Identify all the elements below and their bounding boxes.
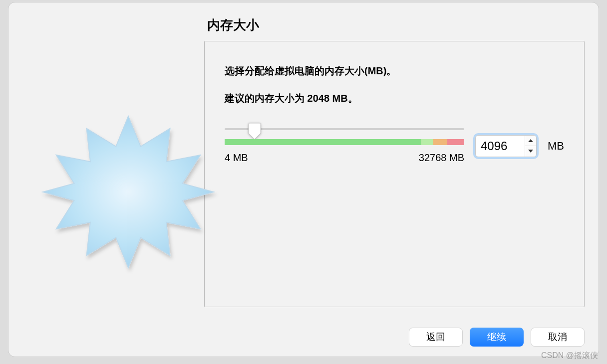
- cancel-button[interactable]: 取消: [531, 328, 585, 347]
- watermark-text: CSDN @摇滚侠: [541, 351, 598, 361]
- memory-slider[interactable]: 4 MB 32768 MB: [225, 128, 464, 164]
- stepper-up-button[interactable]: [525, 136, 536, 147]
- slider-min-label: 4 MB: [225, 152, 248, 164]
- stepper-down-button[interactable]: [525, 146, 536, 157]
- panel-title: 内存大小: [204, 16, 585, 34]
- continue-button[interactable]: 继续: [470, 328, 524, 347]
- slider-track: [225, 128, 464, 130]
- memory-input[interactable]: [476, 136, 525, 156]
- dialog-footer: 返回 继续 取消: [409, 328, 585, 347]
- sunburst-icon: [33, 32, 223, 352]
- memory-size-dialog: 内存大小 选择分配给虚拟电脑的内存大小(MB)。 建议的内存大小为 2048 M…: [8, 2, 599, 357]
- description-text: 选择分配给虚拟电脑的内存大小(MB)。: [225, 64, 564, 78]
- unit-label: MB: [548, 140, 564, 153]
- slider-max-label: 32768 MB: [419, 152, 464, 164]
- slider-thumb[interactable]: [248, 122, 262, 140]
- slider-color-bar: [225, 139, 464, 145]
- panel-body: 选择分配给虚拟电脑的内存大小(MB)。 建议的内存大小为 2048 MB。: [204, 41, 585, 307]
- suggested-size-text: 建议的内存大小为 2048 MB。: [225, 92, 564, 105]
- back-button[interactable]: 返回: [409, 328, 463, 347]
- memory-stepper: [475, 135, 537, 157]
